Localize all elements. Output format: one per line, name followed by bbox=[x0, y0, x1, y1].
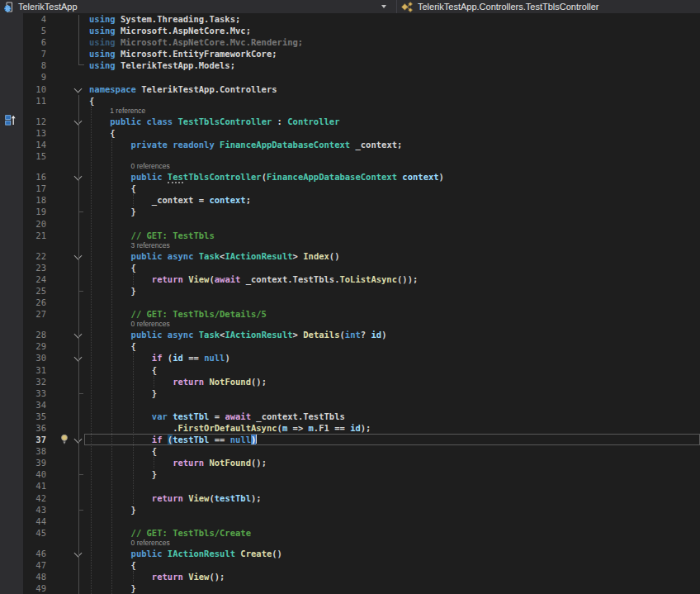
indicator-margin bbox=[0, 59, 23, 71]
fold-chevron-icon[interactable] bbox=[74, 354, 83, 362]
line-number: 35 bbox=[23, 411, 46, 422]
code-text[interactable] bbox=[86, 71, 700, 83]
code-text[interactable]: } bbox=[86, 206, 700, 217]
type-member-dropdown[interactable]: TelerikTestApp.Controllers.TestTblsContr… bbox=[397, 0, 700, 13]
code-text[interactable] bbox=[86, 516, 700, 527]
code-line: 38 { bbox=[0, 445, 700, 457]
code-text[interactable]: return View(testTbl); bbox=[86, 492, 700, 504]
code-text[interactable]: var testTbl = await _context.TestTbls bbox=[86, 411, 700, 422]
codelens-references-link[interactable]: 0 references bbox=[86, 320, 700, 329]
project-dropdown[interactable]: TelerikTestApp bbox=[0, 0, 397, 13]
code-text[interactable]: return View(); bbox=[86, 571, 700, 582]
line-number: 42 bbox=[23, 492, 46, 504]
indicator-margin bbox=[0, 162, 23, 171]
code-text[interactable]: private readonly FinanceAppDatabaseConte… bbox=[86, 139, 700, 150]
line-number: 4 bbox=[23, 13, 46, 25]
indicator-margin bbox=[0, 434, 23, 445]
code-text[interactable]: { bbox=[86, 95, 700, 107]
code-text[interactable] bbox=[86, 480, 700, 492]
codelens-references-link[interactable]: 0 references bbox=[86, 162, 700, 171]
code-text[interactable]: { bbox=[86, 445, 700, 457]
code-text[interactable]: using Microsoft.AspNetCore.Mvc; bbox=[86, 25, 700, 36]
code-text[interactable]: using TelerikTestApp.Models; bbox=[86, 59, 700, 71]
code-text[interactable]: .FirstOrDefaultAsync(m => m.F1 == id); bbox=[86, 422, 700, 434]
fold-chevron-icon[interactable] bbox=[74, 84, 83, 93]
fold-chevron-icon[interactable] bbox=[74, 251, 83, 259]
indicator-margin bbox=[0, 194, 23, 206]
code-text[interactable]: return NotFound(); bbox=[86, 376, 700, 387]
inheritance-margin-icon[interactable] bbox=[5, 115, 16, 127]
code-text[interactable]: if (testTbl == null) bbox=[86, 434, 700, 445]
line-number: 39 bbox=[23, 457, 46, 468]
codelens-references-link[interactable]: 3 references bbox=[86, 241, 700, 250]
code-text[interactable]: using Microsoft.EntityFrameworkCore; bbox=[86, 48, 700, 59]
indicator-margin bbox=[0, 492, 23, 504]
indicator-margin bbox=[0, 83, 23, 95]
line-number: 8 bbox=[23, 59, 46, 71]
code-line: 12 public class TestTblsController : Con… bbox=[0, 116, 700, 127]
code-line: 25 } bbox=[0, 285, 700, 297]
indicator-margin bbox=[0, 504, 23, 516]
code-text[interactable]: using System.Threading.Tasks; bbox=[86, 13, 700, 25]
code-text[interactable]: { bbox=[86, 127, 700, 139]
indicator-margin bbox=[0, 171, 23, 183]
code-text[interactable]: { bbox=[86, 340, 700, 352]
indicator-margin bbox=[0, 285, 23, 297]
code-text[interactable] bbox=[86, 399, 700, 411]
code-text[interactable] bbox=[86, 150, 700, 162]
code-text[interactable]: } bbox=[86, 387, 700, 399]
indicator-margin bbox=[0, 95, 23, 107]
code-line: 48 return View(); bbox=[0, 571, 700, 582]
indicator-margin bbox=[0, 480, 23, 492]
dropdown-arrow-icon[interactable] bbox=[381, 5, 386, 8]
code-line: 24 return View(await _context.TestTbls.T… bbox=[0, 273, 700, 285]
line-number: 49 bbox=[23, 582, 46, 594]
indicator-margin bbox=[0, 139, 23, 150]
code-text[interactable]: _context = context; bbox=[86, 194, 700, 206]
codelens-references-link[interactable]: 0 references bbox=[86, 539, 700, 548]
code-text[interactable]: { bbox=[86, 183, 700, 194]
fold-chevron-icon[interactable] bbox=[74, 173, 83, 181]
codelens-references-link[interactable]: 1 reference bbox=[86, 107, 700, 116]
code-text[interactable]: } bbox=[86, 285, 700, 297]
code-text[interactable] bbox=[86, 297, 700, 308]
code-text[interactable]: { bbox=[86, 262, 700, 273]
fold-chevron-icon[interactable] bbox=[74, 116, 83, 125]
fold-chevron-icon[interactable] bbox=[74, 549, 83, 557]
code-text[interactable]: public async Task<IActionResult> Index() bbox=[86, 250, 700, 262]
code-text[interactable] bbox=[86, 218, 700, 230]
code-line: 22 public async Task<IActionResult> Inde… bbox=[0, 250, 700, 262]
code-text[interactable]: public async Task<IActionResult> Details… bbox=[86, 329, 700, 340]
indicator-margin bbox=[0, 218, 23, 230]
code-text[interactable]: return NotFound(); bbox=[86, 457, 700, 468]
fold-chevron-icon[interactable] bbox=[74, 435, 83, 444]
code-text[interactable]: } bbox=[86, 582, 700, 594]
line-number: 24 bbox=[23, 273, 46, 285]
quick-actions-lightbulb-icon[interactable] bbox=[59, 434, 69, 446]
code-text[interactable]: public TestTblsController(FinanceAppData… bbox=[86, 171, 700, 183]
code-text[interactable]: return View(await _context.TestTbls.ToLi… bbox=[86, 273, 700, 285]
code-text[interactable]: } bbox=[86, 468, 700, 480]
codelens-row: 0 references bbox=[0, 539, 700, 548]
code-text[interactable]: if (id == null) bbox=[86, 352, 700, 364]
code-line: 30 if (id == null) bbox=[0, 352, 700, 364]
code-line: 16 public TestTblsController(FinanceAppD… bbox=[0, 171, 700, 183]
line-number: 45 bbox=[23, 527, 46, 539]
line-number: 16 bbox=[23, 171, 46, 183]
code-text[interactable]: using Microsoft.AspNetCore.Mvc.Rendering… bbox=[86, 36, 700, 48]
fold-chevron-icon[interactable] bbox=[74, 330, 83, 339]
code-editor[interactable]: 4using System.Threading.Tasks;5using Mic… bbox=[0, 13, 700, 594]
code-text[interactable]: namespace TelerikTestApp.Controllers bbox=[86, 83, 700, 95]
code-text[interactable]: // GET: TestTbls/Create bbox=[86, 527, 700, 539]
code-text[interactable]: { bbox=[86, 559, 700, 571]
codelens-row: 1 reference bbox=[0, 107, 700, 116]
code-text[interactable]: public class TestTblsController : Contro… bbox=[86, 116, 700, 127]
code-text[interactable]: // GET: TestTbls/Details/5 bbox=[86, 308, 700, 320]
code-text[interactable]: public IActionResult Create() bbox=[86, 548, 700, 559]
code-text[interactable]: { bbox=[86, 364, 700, 376]
indicator-margin bbox=[0, 387, 23, 399]
code-text[interactable]: } bbox=[86, 504, 700, 516]
code-text[interactable]: // GET: TestTbls bbox=[86, 230, 700, 241]
indicator-margin bbox=[0, 364, 23, 376]
web-project-icon bbox=[4, 2, 14, 12]
